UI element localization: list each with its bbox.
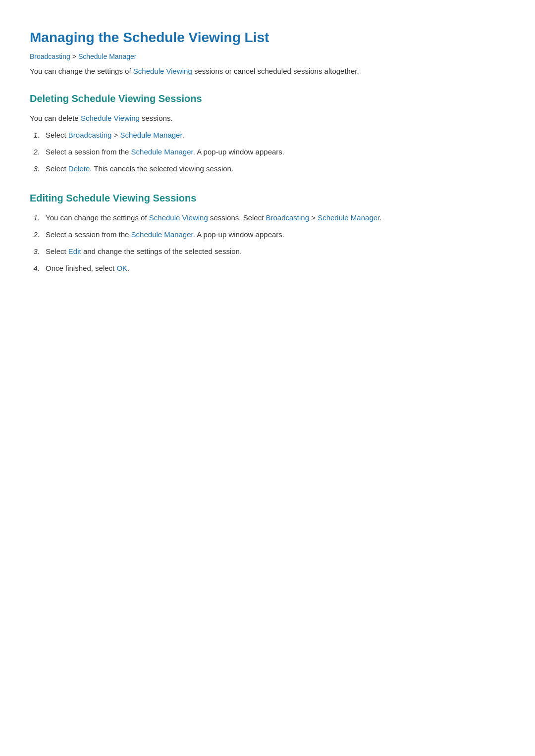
edit-step-4-number: 4.	[30, 262, 40, 274]
edit-step-1-number: 1.	[30, 212, 40, 224]
delete-step-1-number: 1.	[30, 129, 40, 141]
edit-step-3-prefix: Select	[46, 247, 68, 255]
delete-intro-link: Schedule Viewing	[81, 114, 140, 122]
edit-step-1: 1. You can change the settings of Schedu…	[30, 212, 505, 224]
delete-step-3: 3. Select Delete. This cancels the selec…	[30, 163, 505, 175]
edit-step-2-suffix: . A pop-up window appears.	[193, 230, 284, 239]
edit-step-2-content: Select a session from the Schedule Manag…	[46, 229, 505, 241]
delete-section: Deleting Schedule Viewing Sessions You c…	[30, 93, 505, 175]
intro-schedule-viewing-link: Schedule Viewing	[133, 67, 192, 75]
edit-step-1-link3: Schedule Manager	[318, 213, 379, 222]
edit-step-1-separator: >	[309, 213, 318, 222]
intro-paragraph: You can change the settings of Schedule …	[30, 65, 505, 77]
delete-step-2-content: Select a session from the Schedule Manag…	[46, 146, 505, 158]
edit-section-title: Editing Schedule Viewing Sessions	[30, 193, 505, 204]
delete-step-2-suffix: . A pop-up window appears.	[193, 148, 284, 156]
edit-step-4: 4. Once finished, select OK.	[30, 262, 505, 274]
delete-section-title: Deleting Schedule Viewing Sessions	[30, 93, 505, 104]
delete-step-2-prefix: Select a session from the	[46, 148, 131, 156]
delete-intro-suffix: sessions.	[140, 114, 173, 122]
delete-step-1: 1. Select Broadcasting > Schedule Manage…	[30, 129, 505, 141]
edit-step-3-number: 3.	[30, 246, 40, 257]
breadcrumb-schedule-manager[interactable]: Schedule Manager	[78, 52, 137, 60]
delete-intro-prefix: You can delete	[30, 114, 81, 122]
intro-suffix: sessions or cancel scheduled sessions al…	[192, 67, 359, 75]
delete-step-1-prefix: Select	[46, 131, 68, 139]
edit-step-1-middle: sessions. Select	[208, 213, 266, 222]
delete-step-1-link2: Schedule Manager	[120, 131, 182, 139]
edit-step-1-suffix: .	[379, 213, 381, 222]
page-title: Managing the Schedule Viewing List	[30, 30, 505, 46]
delete-step-3-number: 3.	[30, 163, 40, 175]
edit-step-4-link1: OK	[116, 264, 127, 272]
breadcrumb-separator: >	[72, 52, 76, 60]
delete-step-1-content: Select Broadcasting > Schedule Manager.	[46, 129, 505, 141]
delete-step-1-suffix: .	[182, 131, 184, 139]
edit-step-3-link1: Edit	[68, 247, 81, 255]
delete-step-1-separator: >	[111, 131, 120, 139]
delete-intro: You can delete Schedule Viewing sessions…	[30, 112, 505, 124]
edit-step-4-prefix: Once finished, select	[46, 264, 116, 272]
delete-step-3-link1: Delete	[68, 164, 90, 173]
edit-step-3: 3. Select Edit and change the settings o…	[30, 246, 505, 257]
edit-step-2-link1: Schedule Manager	[131, 230, 193, 239]
edit-step-4-suffix: .	[127, 264, 129, 272]
edit-step-1-link2: Broadcasting	[266, 213, 309, 222]
edit-step-2: 2. Select a session from the Schedule Ma…	[30, 229, 505, 241]
edit-step-1-content: You can change the settings of Schedule …	[46, 212, 505, 224]
edit-step-2-number: 2.	[30, 229, 40, 241]
edit-step-1-link1: Schedule Viewing	[149, 213, 208, 222]
edit-step-3-suffix: and change the settings of the selected …	[81, 247, 242, 255]
delete-step-3-content: Select Delete. This cancels the selected…	[46, 163, 505, 175]
edit-step-4-content: Once finished, select OK.	[46, 262, 505, 274]
breadcrumb: Broadcasting > Schedule Manager	[30, 52, 505, 60]
delete-step-1-link1: Broadcasting	[68, 131, 112, 139]
delete-step-2-number: 2.	[30, 146, 40, 158]
intro-prefix: You can change the settings of	[30, 67, 133, 75]
edit-section: Editing Schedule Viewing Sessions 1. You…	[30, 193, 505, 274]
edit-step-3-content: Select Edit and change the settings of t…	[46, 246, 505, 257]
edit-steps: 1. You can change the settings of Schedu…	[30, 212, 505, 274]
edit-step-1-prefix: You can change the settings of	[46, 213, 149, 222]
breadcrumb-broadcasting[interactable]: Broadcasting	[30, 52, 70, 60]
delete-steps: 1. Select Broadcasting > Schedule Manage…	[30, 129, 505, 175]
delete-step-3-prefix: Select	[46, 164, 68, 173]
delete-step-2-link1: Schedule Manager	[131, 148, 193, 156]
delete-step-2: 2. Select a session from the Schedule Ma…	[30, 146, 505, 158]
delete-step-3-suffix: . This cancels the selected viewing sess…	[90, 164, 233, 173]
edit-step-2-prefix: Select a session from the	[46, 230, 131, 239]
